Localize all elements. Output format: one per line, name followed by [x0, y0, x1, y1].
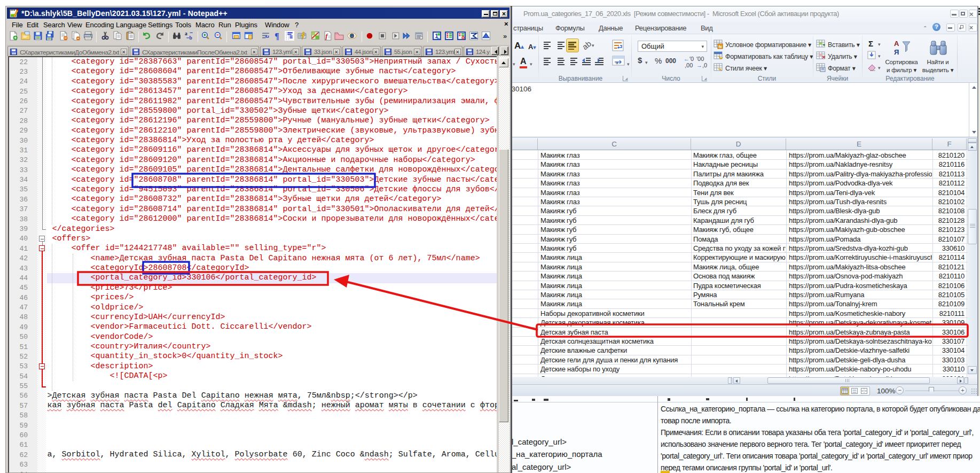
svg-text:a: a — [185, 31, 187, 36]
svg-text:А: А — [894, 40, 899, 48]
svg-text:fx: fx — [719, 45, 722, 49]
svg-text:a: a — [616, 60, 618, 65]
svg-text:b: b — [189, 35, 192, 41]
svg-text:Я: Я — [894, 48, 899, 56]
svg-text:¶: ¶ — [275, 32, 279, 41]
svg-text:1: 1 — [435, 32, 438, 39]
